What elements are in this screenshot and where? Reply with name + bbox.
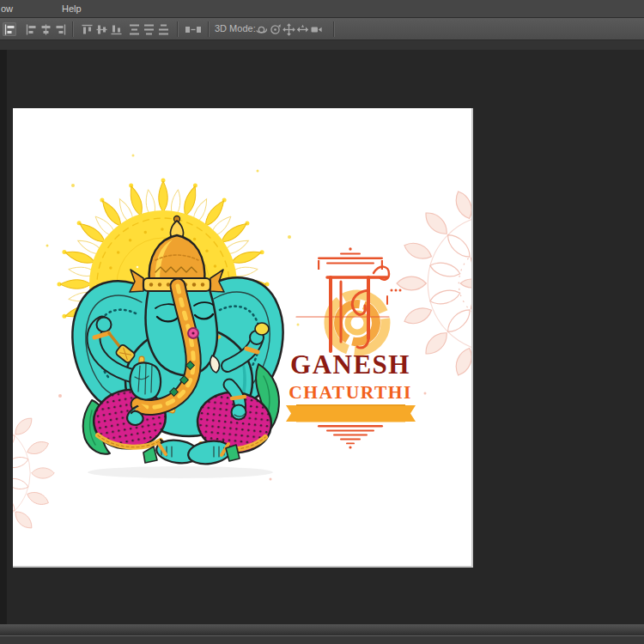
bottom-left-mandala: [13, 396, 54, 551]
options-separator: [333, 21, 335, 37]
top-ornament-lines: [318, 247, 383, 270]
bottom-ornament-lines: [318, 425, 383, 449]
figure-shadow: [88, 466, 273, 478]
align-horizontal-centers-icon[interactable]: [39, 22, 52, 36]
align-right-edges-icon[interactable]: [53, 22, 67, 36]
distribute-spacing-icon[interactable]: [183, 22, 204, 36]
photoshop-window: { "menu_bar": { "items": [ {"label": "ow…: [0, 0, 644, 644]
pan-3d-camera-icon[interactable]: [282, 22, 295, 36]
align-left-edges-icon[interactable]: [3, 22, 16, 36]
menu-item-window-partial[interactable]: ow: [1, 0, 13, 17]
distribute-vertical-centers-icon[interactable]: [142, 22, 155, 36]
document-canvas[interactable]: GANESH CHATURTHI: [13, 108, 473, 568]
align-left-icon[interactable]: [24, 22, 38, 36]
options-bar: 3D Mode:: [0, 18, 644, 39]
menu-item-help[interactable]: Help: [62, 0, 82, 17]
menu-bar: ow Help: [0, 0, 644, 18]
panel-edge: [0, 50, 7, 624]
slide-3d-camera-icon[interactable]: [295, 22, 309, 36]
roll-3d-camera-icon[interactable]: [268, 22, 282, 36]
options-separator: [177, 21, 179, 37]
zoom-3d-camera-icon[interactable]: [309, 22, 323, 36]
ribbon-banner: [286, 404, 416, 422]
align-vertical-centers-icon[interactable]: [94, 22, 108, 36]
horizontal-scrollbar-track[interactable]: [0, 624, 644, 635]
status-bar: [0, 635, 644, 644]
distribute-top-edges-icon[interactable]: [127, 22, 141, 36]
options-separator: [208, 21, 210, 37]
shri-brush-circle: [329, 295, 386, 351]
greeting-block: GANESH CHATURTHI: [286, 247, 416, 448]
ganesha-front-palm: [130, 362, 161, 399]
orbit-3d-camera-icon[interactable]: [254, 22, 268, 36]
distribute-bottom-edges-icon[interactable]: [156, 22, 170, 36]
greeting-title: GANESH: [290, 349, 410, 380]
align-bottom-edges-icon[interactable]: [109, 22, 123, 36]
ganesh-chaturthi-artwork: GANESH CHATURTHI: [13, 108, 471, 566]
align-top-edges-icon[interactable]: [80, 22, 94, 36]
greeting-subtitle: CHATURTHI: [289, 382, 412, 403]
toolbar-lower-strip: [0, 39, 644, 50]
three-d-mode-label: 3D Mode:: [215, 18, 256, 39]
options-separator: [72, 21, 74, 37]
